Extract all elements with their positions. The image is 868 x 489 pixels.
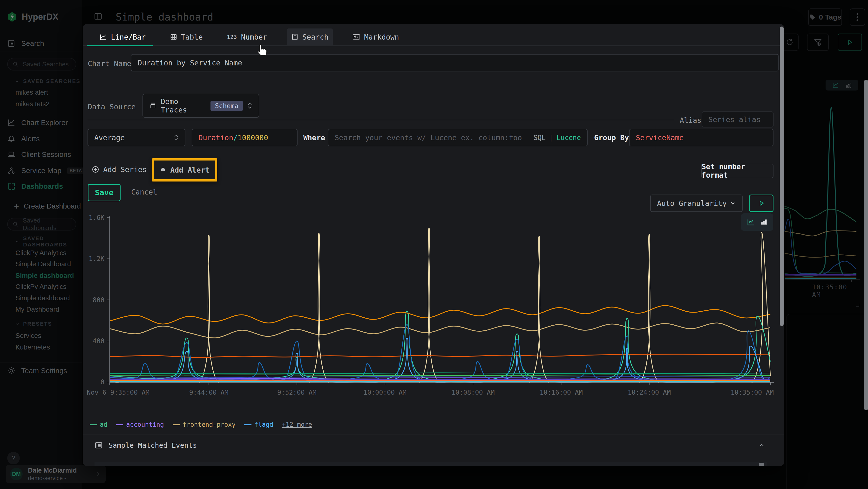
chart-name-input[interactable]: Duration by Service Name <box>131 54 779 71</box>
svg-text:10:08:00 AM: 10:08:00 AM <box>452 389 495 396</box>
col-level[interactable]: level <box>271 465 326 466</box>
set-number-format-button[interactable]: Set number format <box>701 164 774 178</box>
col-duration[interactable]: duration <box>326 465 402 466</box>
timeseries-chart[interactable]: 04008001.2K1.6KNov 6 9:35:00 AM9:44:00 A… <box>83 212 784 397</box>
database-icon <box>149 102 156 110</box>
lucene-toggle[interactable]: Lucene <box>557 134 581 142</box>
expression-field: Duration <box>198 134 234 142</box>
granularity-select[interactable]: Auto Granularity <box>650 195 743 212</box>
data-source-label: Data Source <box>88 103 136 111</box>
legend-item[interactable]: ad <box>90 421 107 428</box>
select-chevrons-icon <box>174 134 179 141</box>
legend-item[interactable]: frontend-proxy <box>173 421 236 428</box>
legend-swatch <box>90 424 97 425</box>
legend-item[interactable]: accounting <box>116 421 164 428</box>
download-icon[interactable] <box>749 465 756 466</box>
number-123-icon: 123 <box>227 34 237 40</box>
add-alert-button[interactable]: Add Alert <box>154 161 215 179</box>
svg-text:10:16:00 AM: 10:16:00 AM <box>539 389 583 396</box>
tab-search[interactable]: Search <box>287 28 333 46</box>
play-icon <box>758 200 765 206</box>
legend-swatch <box>116 424 123 425</box>
svg-text:10:00:00 AM: 10:00:00 AM <box>363 389 406 396</box>
schema-badge[interactable]: Schema <box>211 100 243 111</box>
series-alias-input[interactable]: Series alias <box>702 112 774 127</box>
where-label: Where <box>303 134 325 142</box>
svg-text:400: 400 <box>93 337 104 345</box>
bell-icon <box>160 166 166 174</box>
chart-type-tabs: Line/Bar Table 123 Number Search Markdow… <box>83 28 784 46</box>
save-button[interactable]: Save <box>88 184 121 201</box>
field-expression-input[interactable]: Duration/1000000 <box>192 129 298 146</box>
data-source-select[interactable]: Demo Traces Schema <box>143 94 259 118</box>
collapse-chevron-icon[interactable] <box>758 442 765 449</box>
tab-markdown[interactable]: Markdown <box>348 28 403 46</box>
legend-item[interactable]: flagd <box>244 421 273 428</box>
svg-text:0: 0 <box>100 378 104 386</box>
cancel-button[interactable]: Cancel <box>131 188 157 196</box>
tab-line-bar[interactable]: Line/Bar <box>95 28 150 46</box>
events-table-header: Timestamp (Local) service level duration… <box>94 462 767 466</box>
aggregation-select[interactable]: Average <box>88 129 185 146</box>
alias-label: Alias <box>680 116 702 124</box>
mouse-cursor <box>255 43 269 58</box>
where-placeholder: Search your events w/ Lucene ex. column:… <box>335 134 522 142</box>
code-icon[interactable]: </> <box>717 465 728 466</box>
modal-scrollbar-thumb[interactable] <box>780 27 784 326</box>
svg-text:10:35:00 AM: 10:35:00 AM <box>731 389 774 396</box>
col-spanname[interactable]: SpanName <box>402 465 717 466</box>
col-service[interactable]: service <box>193 465 271 466</box>
spacer3 <box>94 438 767 438</box>
run-chart-button[interactable] <box>749 195 774 212</box>
series-divider <box>88 120 674 120</box>
tab-table[interactable]: Table <box>166 28 207 46</box>
plus-circle-icon <box>92 166 99 173</box>
window-scrollbar-thumb[interactable] <box>864 80 868 410</box>
group-by-label: Group By <box>594 134 629 142</box>
table-icon <box>170 33 177 40</box>
expression-value: 1000000 <box>238 134 268 142</box>
sample-events-header[interactable]: Sample Matched Events <box>94 441 197 450</box>
chevron-down-icon <box>730 200 736 206</box>
select-chevrons-icon <box>247 102 252 110</box>
svg-text:10:24:00 AM: 10:24:00 AM <box>628 389 671 396</box>
wrap-text-icon[interactable] <box>735 465 742 466</box>
legend-swatch <box>244 424 251 425</box>
svg-text:1.6K: 1.6K <box>89 214 105 221</box>
sql-toggle[interactable]: SQL <box>533 134 546 142</box>
expression-operator: / <box>234 134 238 142</box>
svg-text:1.2K: 1.2K <box>89 255 105 262</box>
chart-edit-modal: Line/Bar Table 123 Number Search Markdow… <box>83 24 784 466</box>
legend-swatch <box>173 424 180 425</box>
group-by-input[interactable]: ServiceName <box>629 129 774 146</box>
divider <box>83 434 784 434</box>
chart-legend: ad accounting frontend-proxy flagd +12 m… <box>90 421 312 428</box>
chart-name-label: Chart Name <box>88 59 131 68</box>
svg-text:9:52:00 AM: 9:52:00 AM <box>277 389 317 396</box>
table-scrollbar-thumb[interactable] <box>759 463 764 466</box>
add-series-button[interactable]: Add Series <box>92 164 147 175</box>
line-chart-icon <box>99 33 107 40</box>
events-list-icon <box>94 441 103 450</box>
legend-more-link[interactable]: +12 more <box>282 421 312 428</box>
col-timestamp[interactable]: Timestamp (Local) <box>112 465 193 466</box>
search-list-icon <box>291 33 299 40</box>
svg-text:Nov 6 9:35:00 AM: Nov 6 9:35:00 AM <box>87 389 150 396</box>
annotation-highlight-box: Add Alert <box>152 158 217 181</box>
where-search-input[interactable]: Search your events w/ Lucene ex. column:… <box>328 129 588 146</box>
svg-text:800: 800 <box>93 296 104 304</box>
svg-text:9:44:00 AM: 9:44:00 AM <box>189 389 228 396</box>
markdown-icon <box>352 33 360 40</box>
